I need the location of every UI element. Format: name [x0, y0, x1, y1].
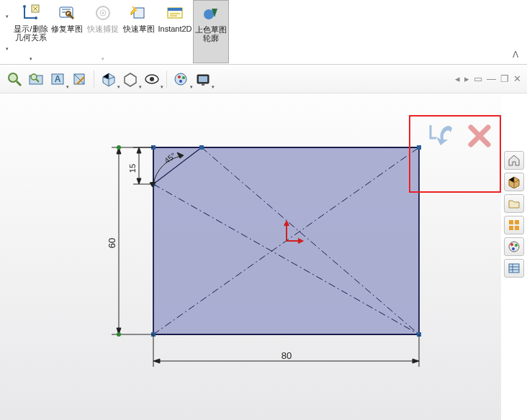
svg-rect-54 [515, 226, 519, 230]
repair-icon [57, 3, 77, 23]
svg-point-1 [35, 17, 37, 19]
svg-point-14 [31, 74, 37, 80]
ribbon-drag-handle[interactable]: ▾▾ [1, 0, 13, 65]
apply-scene-button[interactable]: ▾ [193, 69, 213, 89]
button-label: 修复草图 [51, 24, 83, 33]
relations-icon [21, 3, 41, 23]
svg-point-21 [178, 76, 181, 78]
ribbon-collapse-button[interactable]: ᐱ [513, 50, 518, 60]
quick-sketch-button[interactable]: 快速草图 [121, 0, 157, 63]
button-label: Instant2D [158, 24, 192, 33]
accept-icon[interactable] [426, 121, 456, 151]
svg-rect-51 [509, 220, 513, 224]
display-delete-relations-button[interactable]: 显示/删除几何关系 ▾ [13, 0, 49, 63]
dim-chamfer-length[interactable]: 15 [128, 164, 137, 173]
svg-point-19 [150, 77, 154, 81]
prev-view-button[interactable]: A▾ [48, 69, 68, 89]
svg-point-0 [23, 5, 26, 8]
instant2d-button[interactable]: Instant2D [157, 0, 193, 63]
confirm-corner [426, 121, 492, 151]
restore-button[interactable]: ❐ [500, 73, 509, 84]
maximize-button[interactable]: — [487, 73, 496, 84]
instant2d-icon [165, 3, 185, 23]
capture-icon [93, 3, 113, 23]
dim-height[interactable]: 60 [107, 238, 117, 248]
svg-point-7 [102, 12, 104, 14]
cancel-icon[interactable] [467, 123, 492, 149]
svg-rect-10 [168, 8, 182, 11]
repair-sketch-button[interactable]: 修复草图 [49, 0, 85, 63]
svg-rect-36 [417, 145, 421, 150]
svg-point-46 [117, 145, 121, 150]
minimize-button[interactable]: ▭ [474, 73, 482, 84]
button-label: 上色草图轮廓 [194, 25, 228, 42]
appearances-button[interactable] [504, 237, 524, 256]
svg-point-23 [179, 80, 182, 83]
svg-rect-25 [199, 76, 207, 82]
close-button[interactable]: ✕ [513, 73, 521, 84]
design-library-button[interactable] [504, 173, 524, 191]
view-toolbar: A▾ ▾ ▾ ▾ ▾ ▾ ◂ ▸ ▭ — ❐ ✕ [0, 65, 527, 93]
svg-text:A: A [55, 74, 61, 84]
section-view-button[interactable] [69, 69, 89, 89]
svg-point-55 [509, 242, 519, 252]
edit-appearance-button[interactable]: ▾ [171, 69, 192, 89]
zoom-fit-button[interactable] [4, 69, 24, 89]
window-controls: ◂ ▸ ▭ — ❐ ✕ [455, 73, 521, 84]
svg-point-11 [204, 9, 214, 19]
tab-right-button[interactable]: ▸ [464, 73, 469, 84]
svg-point-57 [515, 244, 518, 247]
home-button[interactable] [504, 151, 524, 170]
svg-rect-26 [202, 83, 204, 86]
tab-left-button[interactable]: ◂ [455, 73, 460, 84]
button-label: 显示/删除几何关系 [13, 24, 49, 42]
svg-point-58 [512, 247, 515, 250]
svg-point-47 [117, 332, 121, 337]
shaded-sketch-contour-button[interactable]: 上色草图轮廓 [193, 0, 229, 63]
quick-sketch-icon [129, 3, 149, 23]
button-label: 快速草图 [123, 24, 155, 33]
svg-point-12 [9, 73, 17, 82]
custom-properties-button[interactable] [504, 259, 524, 278]
zoom-area-button[interactable] [26, 69, 46, 89]
ribbon-toolbar: ▾▾ 显示/删除几何关系 ▾ 修复草图 快速捕捉 ▾ 快速草图 [0, 0, 527, 65]
svg-rect-53 [509, 226, 513, 230]
svg-point-56 [510, 243, 513, 246]
svg-point-20 [175, 73, 186, 85]
svg-point-22 [182, 76, 185, 79]
svg-rect-59 [509, 264, 519, 273]
task-pane [504, 151, 526, 278]
svg-rect-52 [515, 220, 519, 224]
button-label: 快速捕捉 [87, 24, 119, 33]
hide-show-button[interactable]: ▾ [142, 69, 162, 89]
view-orientation-button[interactable]: ▾ [99, 69, 119, 89]
dim-width[interactable]: 80 [281, 350, 292, 361]
display-style-button[interactable]: ▾ [120, 69, 140, 89]
view-palette-button[interactable] [504, 216, 524, 234]
shaded-contour-icon [201, 4, 221, 24]
file-explorer-button[interactable] [504, 194, 524, 213]
svg-rect-35 [199, 145, 204, 150]
quick-capture-button: 快速捕捉 ▾ [85, 0, 121, 63]
